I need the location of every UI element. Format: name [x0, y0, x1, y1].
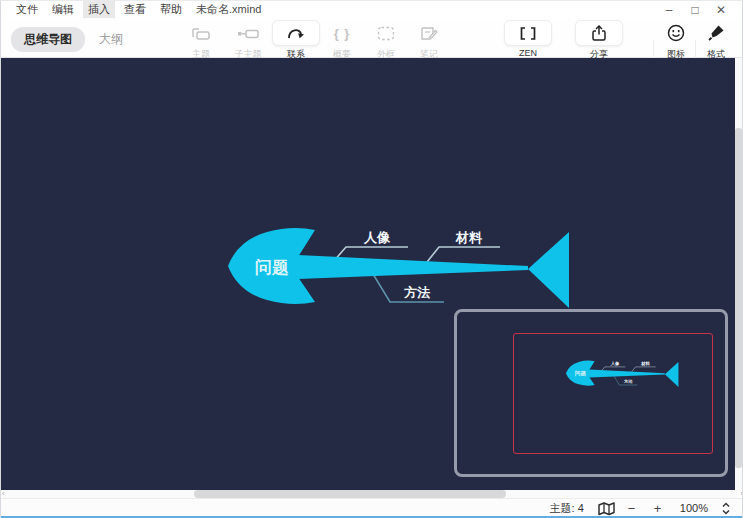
braces-icon: { }	[334, 26, 351, 41]
icon-panel-button[interactable]: 图标	[657, 21, 695, 61]
view-tabs: 思维导图 大纲	[11, 27, 123, 52]
zoom-stepper[interactable]	[720, 501, 732, 516]
horizontal-scrollbar-thumb[interactable]	[194, 490, 506, 498]
zoom-out-button[interactable]: −	[628, 501, 642, 516]
topic-count: 主题: 4	[550, 501, 584, 516]
menu-file[interactable]: 文件	[11, 1, 43, 18]
note-button[interactable]: 笔记	[406, 21, 452, 61]
relationship-arrow-icon	[285, 25, 307, 42]
note-pencil-icon	[419, 25, 439, 42]
smiley-icon	[666, 23, 686, 43]
menu-view[interactable]: 查看	[119, 1, 151, 18]
minimap-fishbone	[457, 312, 725, 474]
minimap-panel[interactable]	[454, 309, 728, 477]
boundary-button[interactable]: 外框	[363, 21, 409, 61]
menu-edit[interactable]: 编辑	[47, 1, 79, 18]
branch-label-renxiang[interactable]: 人像	[363, 230, 391, 245]
relationship-button[interactable]: 联系	[273, 21, 319, 61]
branch-line-cailiao	[427, 247, 500, 262]
zoom-level-select[interactable]: 100%	[680, 502, 708, 514]
minimize-icon[interactable]: –	[656, 3, 682, 17]
minimap-toggle-button[interactable]	[596, 501, 616, 516]
format-brush-icon	[706, 23, 726, 43]
status-bar: 主题: 4 − + 100%	[1, 498, 742, 517]
maximize-icon[interactable]: □	[682, 3, 708, 17]
toolbar: 思维导图 大纲 主题 子主题 联系 { }	[1, 18, 742, 58]
vertical-scrollbar-thumb[interactable]	[735, 128, 742, 468]
vertical-scrollbar[interactable]	[735, 58, 742, 490]
branch-label-cailiao[interactable]: 材料	[455, 230, 483, 245]
root-topic-label[interactable]: 问题	[255, 258, 289, 277]
fish-tail	[528, 232, 569, 308]
mindmap-canvas[interactable]: 问题 人像 材料 方法	[1, 58, 743, 490]
menu-insert[interactable]: 插入	[83, 1, 115, 18]
dashed-box-icon	[376, 25, 396, 42]
scroll-left-icon[interactable]: ‹	[2, 489, 5, 498]
subtopic-icon	[236, 25, 260, 42]
window-controls: – □ ✕	[656, 1, 734, 18]
map-icon	[596, 501, 616, 516]
share-export-icon	[589, 24, 609, 42]
branch-label-fangfa[interactable]: 方法	[403, 285, 431, 300]
menu-bar: 文件 编辑 插入 查看 帮助 未命名.xmind	[1, 1, 742, 18]
up-down-chevrons-icon	[720, 501, 732, 516]
tab-mindmap[interactable]: 思维导图	[11, 27, 85, 52]
document-title: 未命名.xmind	[196, 2, 261, 17]
fish-spine	[298, 255, 528, 279]
format-panel-button[interactable]: 格式	[697, 21, 735, 61]
zoom-in-button[interactable]: +	[654, 501, 668, 516]
close-icon[interactable]: ✕	[708, 3, 734, 17]
horizontal-scrollbar[interactable]: ‹ ›	[1, 490, 737, 498]
xmind-window: 文件 编辑 插入 查看 帮助 未命名.xmind – □ ✕ 思维导图 大纲 主…	[0, 0, 743, 518]
topic-button[interactable]: 主题	[178, 21, 224, 61]
zen-mode-button[interactable]: ZEN	[505, 21, 551, 58]
tab-outline[interactable]: 大纲	[99, 31, 123, 48]
subtopic-button[interactable]: 子主题	[225, 21, 271, 61]
topic-icon	[190, 25, 212, 42]
menu-help[interactable]: 帮助	[155, 1, 187, 18]
share-button[interactable]: 分享	[576, 21, 622, 61]
summary-button[interactable]: { } 概要	[319, 21, 365, 61]
zen-brackets-icon	[518, 25, 538, 42]
